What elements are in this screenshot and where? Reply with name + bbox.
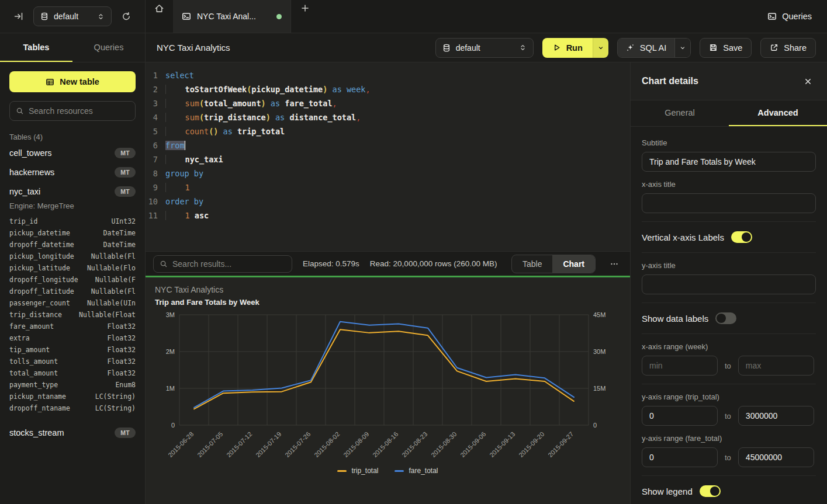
queries-button[interactable]: Queries (767, 12, 812, 21)
sparkles-icon (626, 43, 635, 52)
sql-ai-main[interactable]: SQL AI (618, 39, 674, 57)
chart-details-panel: Chart details General Advanced Subtitle (630, 62, 827, 504)
engine-info: Engine: MergeTree (9, 201, 136, 210)
svg-text:2015-07-12: 2015-07-12 (225, 430, 253, 458)
more-options-button[interactable] (606, 256, 622, 272)
column-row[interactable]: extraFloat32 (9, 332, 136, 344)
sql-editor[interactable]: 1select2 toStartOfWeek(pickup_datetime) … (146, 62, 630, 251)
show-data-labels-toggle[interactable] (715, 312, 736, 324)
code-line[interactable]: 2 toStartOfWeek(pickup_datetime) as week… (146, 82, 630, 96)
run-database-selector[interactable]: default (435, 38, 534, 58)
close-panel-button[interactable] (800, 73, 816, 89)
engine-badge: MT (115, 186, 136, 197)
column-row[interactable]: dropoff_longitudeNullable(F (9, 274, 136, 286)
vertical-x-axis-labels-toggle[interactable] (731, 231, 752, 243)
code-line[interactable]: 11 1 asc (146, 208, 630, 223)
share-button[interactable]: Share (760, 38, 816, 58)
column-row[interactable]: pickup_datetimeDateTime (9, 227, 136, 239)
svg-text:2015-08-16: 2015-08-16 (371, 430, 399, 458)
column-row[interactable]: trip_distanceNullable(Float (9, 309, 136, 321)
x-axis-title-input[interactable] (642, 193, 816, 213)
sql-ai-caret[interactable] (674, 39, 690, 57)
results-search-input[interactable] (172, 259, 286, 269)
tab-nyc-taxi-analytics[interactable]: NYC Taxi Anal... (173, 0, 291, 33)
resource-search-input[interactable] (29, 106, 129, 116)
chart-subtitle: Trip and Fare Totals by Week (155, 298, 621, 307)
vertical-x-axis-labels-row: Vertical x-axis Labels (642, 230, 816, 244)
column-row[interactable]: total_amountFloat32 (9, 367, 136, 379)
code-line[interactable]: 4 sum(trip_distance) as distance_total, (146, 110, 630, 124)
code-line[interactable]: 10order by (146, 194, 630, 208)
sql-ai-button[interactable]: SQL AI (617, 38, 691, 58)
code-line[interactable]: 3 sum(total_amount) as fare_total, (146, 96, 630, 110)
table-item-cell-towers[interactable]: cell_towers MT (9, 143, 136, 162)
column-row[interactable]: trip_idUInt32 (9, 215, 136, 227)
table-item-stocks-stream[interactable]: stocks_stream MT (9, 423, 136, 442)
queries-button-label: Queries (782, 12, 812, 21)
column-row[interactable]: pickup_ntanameLC(String) (9, 391, 136, 402)
run-database-value: default (456, 43, 514, 53)
database-selector[interactable]: default (33, 6, 112, 26)
column-row[interactable]: passenger_countNullable(UIn (9, 297, 136, 309)
y2-range-max-input[interactable] (738, 447, 814, 467)
column-row[interactable]: pickup_latitudeNullable(Flo (9, 262, 136, 274)
code-line[interactable]: 6from (146, 138, 630, 152)
run-button[interactable]: Run (542, 38, 608, 58)
column-row[interactable]: tolls_amountFloat32 (9, 356, 136, 367)
subtitle-input[interactable] (642, 152, 816, 172)
resource-search (9, 101, 136, 121)
refresh-button[interactable] (118, 8, 134, 25)
column-row[interactable]: fare_amountFloat32 (9, 321, 136, 332)
new-tab-button[interactable] (291, 0, 319, 16)
column-row[interactable]: dropoff_datetimeDateTime (9, 239, 136, 251)
x-range-max-input[interactable] (738, 356, 814, 376)
query-title: NYC Taxi Analytics (157, 43, 230, 53)
show-legend-toggle[interactable] (700, 485, 721, 497)
chevron-updown-icon (97, 13, 105, 20)
view-toggle-table[interactable]: Table (512, 255, 552, 273)
svg-text:0: 0 (171, 422, 175, 429)
legend-item-fare_total[interactable]: fare_total (395, 467, 438, 475)
home-button[interactable] (146, 0, 173, 16)
chevron-down-icon (597, 44, 604, 51)
tab-advanced[interactable]: Advanced (729, 100, 827, 126)
home-icon (154, 4, 164, 13)
run-button-main[interactable]: Run (542, 38, 593, 58)
y2-range-min-input[interactable] (642, 447, 718, 467)
legend-item-trip_total[interactable]: trip_total (337, 467, 378, 475)
view-toggle-chart[interactable]: Chart (552, 255, 595, 273)
code-line[interactable]: 5 count() as trip_total (146, 124, 630, 138)
code-line[interactable]: 8group by (146, 166, 630, 180)
new-table-button[interactable]: New table (9, 71, 136, 92)
y1-range-max-input[interactable] (738, 406, 814, 426)
y1-range-min-input[interactable] (642, 406, 718, 426)
tab-tables[interactable]: Tables (0, 33, 72, 62)
collapse-sidebar-button[interactable] (11, 8, 27, 25)
column-row[interactable]: dropoff_ntanameLC(String) (9, 402, 136, 414)
tab-general[interactable]: General (631, 100, 729, 126)
tab-queries[interactable]: Queries (72, 33, 145, 62)
svg-text:2015-09-13: 2015-09-13 (488, 430, 516, 458)
x-range-min-input[interactable] (642, 356, 718, 376)
run-options-caret[interactable] (593, 38, 608, 58)
column-row[interactable]: pickup_longitudeNullable(Fl (9, 251, 136, 262)
svg-text:15M: 15M (593, 385, 605, 392)
sql-ai-label: SQL AI (640, 43, 666, 53)
column-row[interactable]: dropoff_latitudeNullable(Fl (9, 286, 136, 297)
table-item-hackernews[interactable]: hackernews MT (9, 162, 136, 182)
code-line[interactable]: 7 nyc_taxi (146, 152, 630, 166)
divider (642, 303, 816, 303)
panel-tabs: General Advanced (631, 100, 827, 127)
sidebar: Tables Queries New table Tables (4) (0, 33, 146, 504)
code-line[interactable]: 9 1 (146, 180, 630, 194)
column-row[interactable]: tip_amountFloat32 (9, 344, 136, 356)
sidebar-header: default (0, 0, 146, 33)
show-legend-label: Show legend (642, 486, 693, 496)
divider (642, 333, 816, 334)
save-button[interactable]: Save (700, 38, 752, 58)
table-item-nyc-taxi[interactable]: nyc_taxi MT (9, 182, 136, 201)
y1-range-row: to (642, 406, 816, 426)
column-row[interactable]: payment_typeEnum8 (9, 379, 136, 391)
y-axis-title-input[interactable] (642, 274, 816, 294)
code-line[interactable]: 1select (146, 68, 630, 82)
